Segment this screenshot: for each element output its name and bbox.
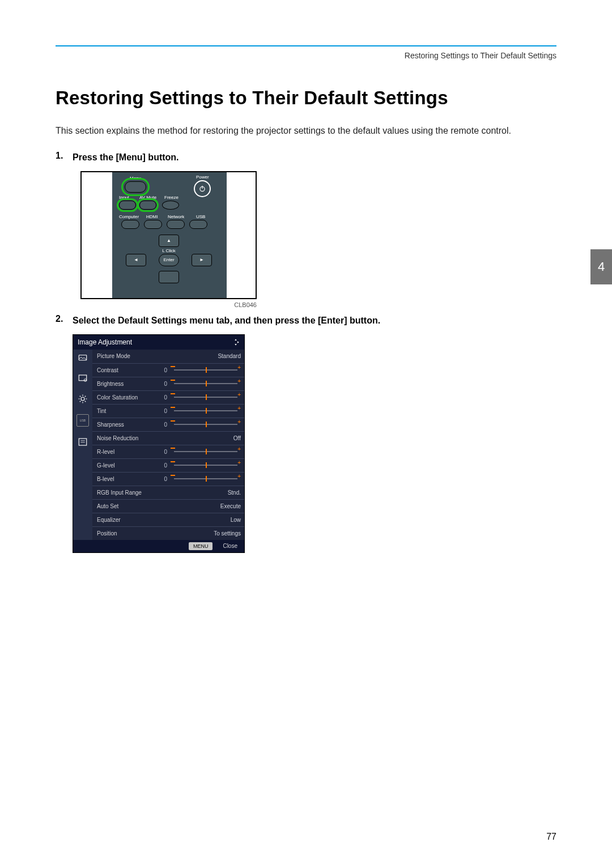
osd-row[interactable]: G-level0+ <box>92 458 244 472</box>
osd-row-value: To settings <box>155 530 241 537</box>
osd-row-value: Off <box>155 435 241 441</box>
nav-cross-icon <box>232 338 240 346</box>
highlight-ring-2 <box>117 198 138 212</box>
osd-row[interactable]: RGB Input RangeStnd. <box>92 486 244 499</box>
osd-row-name: Auto Set <box>97 503 155 509</box>
usb-button[interactable] <box>189 220 207 229</box>
nav-down[interactable] <box>159 271 179 283</box>
display-tab-icon[interactable] <box>78 373 88 384</box>
osd-row-value: Standard <box>155 353 241 359</box>
osd-row-value: Stnd. <box>155 490 241 496</box>
osd-row-value: Execute <box>155 503 241 509</box>
step-1: Press the [Menu] button. Menu Input AV M… <box>56 151 556 308</box>
osd-row-name: Noise Reduction <box>97 435 155 441</box>
lclick-label: L Click <box>159 248 179 253</box>
page: Restoring Settings to Their Default Sett… <box>0 0 612 868</box>
osd-row-name: Contrast <box>97 367 155 373</box>
osd-row[interactable]: Auto SetExecute <box>92 499 244 513</box>
osd-slider[interactable]: + <box>171 476 241 482</box>
osd-row-name: RGB Input Range <box>97 490 155 496</box>
osd-row[interactable]: Sharpness0+ <box>92 418 244 431</box>
osd-row[interactable]: B-level0+ <box>92 472 244 486</box>
osd-row-value: 0 <box>155 367 171 373</box>
page-number: 77 <box>546 832 556 842</box>
osd-close-label: Close <box>223 543 237 549</box>
osd-slider[interactable]: + <box>171 408 241 414</box>
osd-row-value: Low <box>155 517 241 523</box>
default-tab-icon[interactable] <box>78 437 88 447</box>
osd-row[interactable]: Noise ReductionOff <box>92 431 244 445</box>
svg-marker-2 <box>235 339 237 341</box>
osd-rows: Picture ModeStandardContrast0+Brightness… <box>92 350 244 540</box>
osd-row[interactable]: R-level0+ <box>92 445 244 458</box>
osd-row-name: G-level <box>97 462 155 469</box>
osd-row-name: B-level <box>97 476 155 482</box>
osd-row-name: Equalizer <box>97 517 155 523</box>
nav-left[interactable]: ◄ <box>126 254 146 266</box>
osd-row-value: 0 <box>155 394 171 401</box>
computer-button[interactable] <box>121 220 139 229</box>
osd-slider[interactable]: + <box>171 422 241 427</box>
image-tab-icon[interactable] <box>78 353 88 363</box>
hdmi-button[interactable] <box>144 220 162 229</box>
freeze-button[interactable] <box>162 201 179 210</box>
power-button[interactable] <box>194 180 211 197</box>
osd-row[interactable]: EqualizerLow <box>92 513 244 526</box>
power-icon <box>198 185 206 193</box>
step-2-label: Select the Default Settings menu tab, an… <box>73 314 556 327</box>
svg-rect-9 <box>79 439 87 445</box>
osd-slider[interactable]: + <box>171 462 241 468</box>
osd-row[interactable]: PositionTo settings <box>92 526 244 540</box>
nav-up[interactable]: ▲ <box>159 235 179 247</box>
step-2: Select the Default Settings menu tab, an… <box>56 314 556 553</box>
remote-frame: Menu Input AV Mute Freeze <box>80 171 257 299</box>
settings-tab-icon[interactable] <box>78 394 88 404</box>
remote-figure: Menu Input AV Mute Freeze <box>80 171 556 299</box>
osd-row-name: Position <box>97 530 155 537</box>
osd-title-bar: Image Adjustment <box>73 335 244 350</box>
osd-footer: MENU Close <box>73 540 244 552</box>
svg-marker-3 <box>235 344 237 346</box>
nav-right[interactable]: ► <box>192 254 212 266</box>
network-label: Network <box>168 214 184 219</box>
remote-body: Menu Input AV Mute Freeze <box>112 171 227 299</box>
osd-row[interactable]: Brightness0+ <box>92 377 244 390</box>
step-1-label: Press the [Menu] button. <box>73 151 556 164</box>
osd-row-name: R-level <box>97 449 155 455</box>
step-list: Press the [Menu] button. Menu Input AV M… <box>56 151 556 553</box>
hdmi-label: HDMI <box>146 214 158 219</box>
osd-slider[interactable]: + <box>171 394 241 400</box>
osd-row[interactable]: Contrast0+ <box>92 363 244 377</box>
osd-row-name: Picture Mode <box>97 353 155 359</box>
figure-caption: CLB046 <box>80 301 257 308</box>
usb-label: USB <box>196 214 205 219</box>
svg-point-8 <box>81 397 84 401</box>
enter-button[interactable]: Enter <box>159 254 179 266</box>
osd-row-name: Color Saturation <box>97 394 155 401</box>
osd-row[interactable]: Color Saturation0+ <box>92 390 244 404</box>
osd-row-value: 0 <box>155 408 171 414</box>
osd-row[interactable]: Tint0+ <box>92 404 244 418</box>
svg-rect-5 <box>79 355 87 360</box>
osd-row-value: 0 <box>155 381 171 387</box>
osd-slider[interactable]: + <box>171 367 241 373</box>
osd-row[interactable]: Picture ModeStandard <box>92 350 244 363</box>
header-text: Restoring Settings to Their Default Sett… <box>405 51 556 60</box>
freeze-label: Freeze <box>164 195 178 200</box>
highlight-ring-1 <box>121 178 150 196</box>
svg-marker-4 <box>237 341 239 343</box>
usb-tab-icon[interactable]: USB <box>76 414 89 427</box>
osd-row-name: Tint <box>97 408 155 414</box>
power-label: Power <box>196 175 209 180</box>
osd-menu-button[interactable]: MENU <box>189 542 213 550</box>
chapter-tab: 4 <box>590 249 612 284</box>
osd-row-value: 0 <box>155 449 171 455</box>
network-button[interactable] <box>167 220 185 229</box>
osd-row-name: Sharpness <box>97 422 155 428</box>
svg-rect-6 <box>79 375 87 381</box>
osd-tab-strip: USB <box>73 350 92 540</box>
osd-menu: Image Adjustment USB Pict <box>73 334 245 553</box>
osd-slider[interactable]: + <box>171 449 241 454</box>
computer-label: Computer <box>119 214 139 219</box>
osd-slider[interactable]: + <box>171 381 241 386</box>
